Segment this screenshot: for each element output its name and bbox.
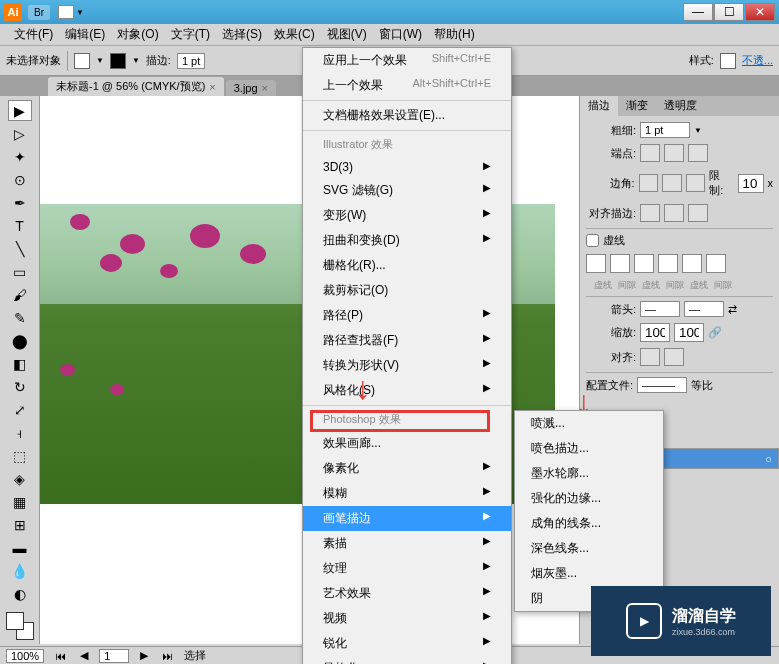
page-input[interactable]: 1 — [99, 649, 129, 663]
gap-1[interactable] — [610, 254, 630, 273]
corner-miter[interactable] — [639, 174, 659, 192]
stroke-weight-select[interactable]: 1 pt — [177, 53, 205, 69]
align-center[interactable] — [640, 204, 660, 222]
menu-distort[interactable]: 扭曲和变换(D)▶ — [303, 228, 511, 253]
fill-color[interactable] — [6, 612, 24, 630]
close-icon[interactable]: × — [209, 81, 215, 93]
menu-stylize-ps[interactable]: 风格化▶ — [303, 656, 511, 664]
minimize-button[interactable]: — — [683, 3, 713, 21]
menu-3d[interactable]: 3D(3)▶ — [303, 156, 511, 178]
line-tool[interactable]: ╲ — [8, 238, 32, 259]
menu-crop-marks[interactable]: 裁剪标记(O) — [303, 278, 511, 303]
chevron-down-icon[interactable]: ▼ — [96, 56, 104, 65]
next-page-icon[interactable]: ▶ — [137, 649, 151, 662]
gap-3[interactable] — [706, 254, 726, 273]
rectangle-tool[interactable]: ▭ — [8, 261, 32, 282]
submenu-sumi-e[interactable]: 烟灰墨... — [515, 561, 663, 586]
corner-round[interactable] — [662, 174, 682, 192]
menu-view[interactable]: 视图(V) — [321, 24, 373, 45]
bridge-label[interactable]: Br — [28, 5, 50, 20]
layout-selector[interactable]: ▼ — [58, 5, 84, 19]
prev-page-icon[interactable]: ◀ — [77, 649, 91, 662]
menu-sharpen[interactable]: 锐化▶ — [303, 631, 511, 656]
menu-convert-shape[interactable]: 转换为形状(V)▶ — [303, 353, 511, 378]
tab-stroke[interactable]: 描边 — [580, 96, 618, 116]
selection-tool[interactable]: ▶ — [8, 100, 32, 121]
submenu-dark-strokes[interactable]: 深色线条... — [515, 536, 663, 561]
magic-wand-tool[interactable]: ✦ — [8, 146, 32, 167]
first-page-icon[interactable]: ⏮ — [52, 650, 69, 662]
align-arrow-1[interactable] — [640, 348, 660, 366]
submenu-sprayed-strokes[interactable]: 喷色描边... — [515, 436, 663, 461]
rotate-tool[interactable]: ↻ — [8, 376, 32, 397]
blend-tool[interactable]: ◐ — [8, 583, 32, 604]
menu-type[interactable]: 文字(T) — [165, 24, 216, 45]
menu-apply-last[interactable]: 应用上一个效果Shift+Ctrl+E — [303, 48, 511, 73]
cap-butt[interactable] — [640, 144, 660, 162]
direct-select-tool[interactable]: ▷ — [8, 123, 32, 144]
last-page-icon[interactable]: ⏭ — [159, 650, 176, 662]
shape-builder-tool[interactable]: ◈ — [8, 468, 32, 489]
arrow-end[interactable]: — — [684, 301, 724, 317]
eraser-tool[interactable]: ◧ — [8, 353, 32, 374]
dash-1[interactable] — [586, 254, 606, 273]
tab-doc-1[interactable]: 未标题-1 @ 56% (CMYK/预览) × — [48, 77, 224, 96]
tab-transparency[interactable]: 透明度 — [656, 96, 705, 116]
close-icon[interactable]: × — [262, 82, 268, 94]
align-outside[interactable] — [688, 204, 708, 222]
menu-object[interactable]: 对象(O) — [111, 24, 164, 45]
submenu-accented-edges[interactable]: 强化的边缘... — [515, 486, 663, 511]
close-button[interactable]: ✕ — [745, 3, 775, 21]
menu-last-effect[interactable]: 上一个效果Alt+Shift+Ctrl+E — [303, 73, 511, 98]
menu-select[interactable]: 选择(S) — [216, 24, 268, 45]
menu-warp[interactable]: 变形(W)▶ — [303, 203, 511, 228]
eyedropper-tool[interactable]: 💧 — [8, 560, 32, 581]
dashed-checkbox[interactable] — [586, 234, 599, 247]
gap-2[interactable] — [658, 254, 678, 273]
weight-select[interactable]: 1 pt — [640, 122, 690, 138]
menu-blur[interactable]: 模糊▶ — [303, 481, 511, 506]
opacity-link[interactable]: 不透... — [742, 53, 773, 68]
menu-effect[interactable]: 效果(C) — [268, 24, 321, 45]
menu-pathfinder[interactable]: 路径查找器(F)▶ — [303, 328, 511, 353]
free-transform-tool[interactable]: ⬚ — [8, 445, 32, 466]
submenu-spatter[interactable]: 喷溅... — [515, 411, 663, 436]
menu-rasterize[interactable]: 栅格化(R)... — [303, 253, 511, 278]
menu-file[interactable]: 文件(F) — [8, 24, 59, 45]
chevron-down-icon[interactable]: ▼ — [132, 56, 140, 65]
color-swatches[interactable] — [6, 612, 34, 640]
limit-input[interactable] — [738, 174, 764, 193]
paintbrush-tool[interactable]: 🖌 — [8, 284, 32, 305]
menu-pixelate[interactable]: 像素化▶ — [303, 456, 511, 481]
cap-square[interactable] — [688, 144, 708, 162]
cap-round[interactable] — [664, 144, 684, 162]
gradient-tool[interactable]: ▬ — [8, 537, 32, 558]
dash-2[interactable] — [634, 254, 654, 273]
menu-texture[interactable]: 纹理▶ — [303, 556, 511, 581]
arrow-start[interactable]: — — [640, 301, 680, 317]
menu-sketch[interactable]: 素描▶ — [303, 531, 511, 556]
fill-swatch[interactable] — [74, 53, 90, 69]
menu-stylize-ai[interactable]: 风格化(S)▶ — [303, 378, 511, 403]
tab-gradient[interactable]: 渐变 — [618, 96, 656, 116]
scale-tool[interactable]: ⤢ — [8, 399, 32, 420]
submenu-angled-strokes[interactable]: 成角的线条... — [515, 511, 663, 536]
menu-effect-gallery[interactable]: 效果画廊... — [303, 431, 511, 456]
corner-bevel[interactable] — [686, 174, 706, 192]
submenu-ink-outlines[interactable]: 墨水轮廓... — [515, 461, 663, 486]
style-swatch[interactable] — [720, 53, 736, 69]
menu-artistic[interactable]: 艺术效果▶ — [303, 581, 511, 606]
link-icon[interactable]: 🔗 — [708, 326, 722, 339]
width-tool[interactable]: ⫞ — [8, 422, 32, 443]
pen-tool[interactable]: ✒ — [8, 192, 32, 213]
menu-window[interactable]: 窗口(W) — [373, 24, 428, 45]
profile-select[interactable]: ——— — [637, 377, 687, 393]
swap-icon[interactable]: ⇄ — [728, 303, 737, 316]
zoom-select[interactable]: 100% — [6, 649, 44, 663]
menu-video[interactable]: 视频▶ — [303, 606, 511, 631]
mesh-tool[interactable]: ⊞ — [8, 514, 32, 535]
menu-path[interactable]: 路径(P)▶ — [303, 303, 511, 328]
pencil-tool[interactable]: ✎ — [8, 307, 32, 328]
scale-1[interactable] — [640, 323, 670, 342]
target-icon[interactable]: ○ — [765, 453, 772, 465]
